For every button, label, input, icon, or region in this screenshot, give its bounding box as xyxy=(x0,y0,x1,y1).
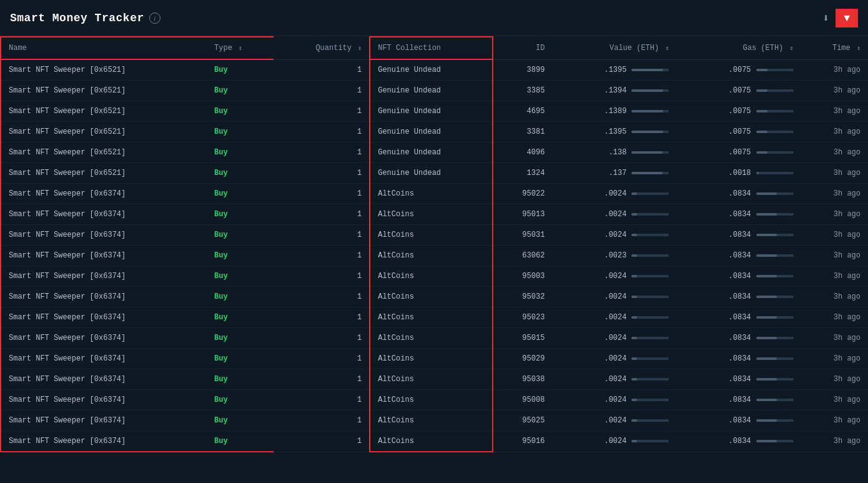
value-bar xyxy=(631,89,669,92)
value-text: .0024 xyxy=(604,396,626,404)
cell-value: .0023 xyxy=(552,246,676,266)
gas-text: .0834 xyxy=(729,354,751,363)
type-label: Buy xyxy=(214,127,228,136)
table-row[interactable]: Smart NFT Sweeper [0x6374]Buy1AltCoins95… xyxy=(1,411,868,431)
cell-type: Buy xyxy=(207,287,274,307)
gas-bar xyxy=(756,275,794,277)
col-header-value[interactable]: Value (ETH) ⇕ xyxy=(552,37,676,59)
cell-name: Smart NFT Sweeper [0x6521] xyxy=(1,101,207,122)
sort-icon-value: ⇕ xyxy=(665,45,669,52)
col-header-type[interactable]: Type ⇕ xyxy=(207,37,274,59)
gas-text: .0834 xyxy=(729,272,751,281)
cell-nft-collection: AltCoins xyxy=(370,349,493,369)
download-icon[interactable]: ⬇ xyxy=(822,11,829,25)
type-label: Buy xyxy=(214,251,228,260)
table-row[interactable]: Smart NFT Sweeper [0x6521]Buy1Genuine Un… xyxy=(1,101,868,122)
filter-button[interactable]: ▼ xyxy=(836,9,858,27)
value-bar xyxy=(631,337,669,339)
table-row[interactable]: Smart NFT Sweeper [0x6521]Buy1Genuine Un… xyxy=(1,59,868,81)
gas-bar xyxy=(756,89,794,92)
cell-id: 3899 xyxy=(493,59,552,81)
value-text: .1395 xyxy=(604,127,626,136)
cell-time: 3h ago xyxy=(801,142,868,163)
table-row[interactable]: Smart NFT Sweeper [0x6521]Buy1Genuine Un… xyxy=(1,142,868,163)
table-row[interactable]: Smart NFT Sweeper [0x6374]Buy1AltCoins95… xyxy=(1,225,868,246)
cell-name: Smart NFT Sweeper [0x6374] xyxy=(1,369,207,390)
cell-time: 3h ago xyxy=(801,266,868,287)
table-row[interactable]: Smart NFT Sweeper [0x6374]Buy1AltCoins95… xyxy=(1,184,868,204)
cell-quantity: 1 xyxy=(274,59,370,81)
cell-value: .137 xyxy=(552,163,676,184)
cell-id: 95032 xyxy=(493,287,552,307)
cell-time: 3h ago xyxy=(801,122,868,142)
value-bar xyxy=(631,131,669,133)
cell-id: 3381 xyxy=(493,122,552,142)
cell-name: Smart NFT Sweeper [0x6374] xyxy=(1,349,207,369)
cell-gas: .0834 xyxy=(676,431,801,452)
value-bar xyxy=(631,419,669,422)
cell-nft-collection: Genuine Undead xyxy=(370,59,493,81)
table-row[interactable]: Smart NFT Sweeper [0x6521]Buy1Genuine Un… xyxy=(1,81,868,101)
cell-type: Buy xyxy=(207,142,274,163)
page-title: Smart Money Tracker xyxy=(10,12,144,24)
value-bar xyxy=(631,275,669,277)
cell-name: Smart NFT Sweeper [0x6374] xyxy=(1,328,207,349)
table-row[interactable]: Smart NFT Sweeper [0x6374]Buy1AltCoins95… xyxy=(1,287,868,307)
cell-name: Smart NFT Sweeper [0x6521] xyxy=(1,81,207,101)
cell-name: Smart NFT Sweeper [0x6374] xyxy=(1,431,207,452)
cell-value: .0024 xyxy=(552,328,676,349)
gas-text: .0075 xyxy=(729,66,751,74)
cell-gas: .0075 xyxy=(676,122,801,142)
table-row[interactable]: Smart NFT Sweeper [0x6521]Buy1Genuine Un… xyxy=(1,163,868,184)
cell-time: 3h ago xyxy=(801,59,868,81)
table-row[interactable]: Smart NFT Sweeper [0x6374]Buy1AltCoins95… xyxy=(1,307,868,328)
value-bar xyxy=(631,296,669,298)
cell-name: Smart NFT Sweeper [0x6374] xyxy=(1,287,207,307)
gas-bar xyxy=(756,419,794,422)
cell-gas: .0834 xyxy=(676,184,801,204)
cell-value: .0024 xyxy=(552,266,676,287)
value-text: .0024 xyxy=(604,231,626,239)
value-text: .0024 xyxy=(604,313,626,322)
table-row[interactable]: Smart NFT Sweeper [0x6374]Buy1AltCoins95… xyxy=(1,328,868,349)
table-row[interactable]: Smart NFT Sweeper [0x6374]Buy1AltCoins95… xyxy=(1,369,868,390)
value-text: .1389 xyxy=(604,107,626,116)
col-header-id: ID xyxy=(493,37,552,59)
info-icon[interactable]: i xyxy=(149,12,160,24)
gas-text: .0075 xyxy=(729,107,751,116)
cell-value: .0024 xyxy=(552,287,676,307)
col-header-time[interactable]: Time ⇕ xyxy=(801,37,868,59)
gas-bar xyxy=(756,151,794,154)
cell-name: Smart NFT Sweeper [0x6374] xyxy=(1,411,207,431)
cell-time: 3h ago xyxy=(801,204,868,225)
type-label: Buy xyxy=(214,313,228,322)
header: Smart Money Tracker i ⬇ ▼ xyxy=(0,0,868,36)
cell-quantity: 1 xyxy=(274,266,370,287)
col-header-gas[interactable]: Gas (ETH) ⇕ xyxy=(676,37,801,59)
table-row[interactable]: Smart NFT Sweeper [0x6374]Buy1AltCoins63… xyxy=(1,246,868,266)
cell-quantity: 1 xyxy=(274,369,370,390)
table-row[interactable]: Smart NFT Sweeper [0x6521]Buy1Genuine Un… xyxy=(1,122,868,142)
col-header-quantity[interactable]: Quantity ⇕ xyxy=(274,37,370,59)
value-text: .0024 xyxy=(604,354,626,363)
header-left: Smart Money Tracker i xyxy=(10,12,160,24)
cell-gas: .0834 xyxy=(676,349,801,369)
cell-gas: .0834 xyxy=(676,266,801,287)
table-row[interactable]: Smart NFT Sweeper [0x6374]Buy1AltCoins95… xyxy=(1,204,868,225)
cell-quantity: 1 xyxy=(274,287,370,307)
cell-nft-collection: AltCoins xyxy=(370,266,493,287)
gas-text: .0018 xyxy=(729,169,751,177)
table-row[interactable]: Smart NFT Sweeper [0x6374]Buy1AltCoins95… xyxy=(1,390,868,411)
type-label: Buy xyxy=(214,169,228,177)
table-row[interactable]: Smart NFT Sweeper [0x6374]Buy1AltCoins95… xyxy=(1,349,868,369)
cell-type: Buy xyxy=(207,163,274,184)
table-row[interactable]: Smart NFT Sweeper [0x6374]Buy1AltCoins95… xyxy=(1,431,868,452)
value-bar xyxy=(631,234,669,236)
col-header-nft: NFT Collection xyxy=(370,37,493,59)
table-row[interactable]: Smart NFT Sweeper [0x6374]Buy1AltCoins95… xyxy=(1,266,868,287)
cell-type: Buy xyxy=(207,431,274,452)
gas-text: .0834 xyxy=(729,334,751,342)
cell-value: .0024 xyxy=(552,307,676,328)
value-text: .0024 xyxy=(604,375,626,384)
cell-nft-collection: AltCoins xyxy=(370,390,493,411)
